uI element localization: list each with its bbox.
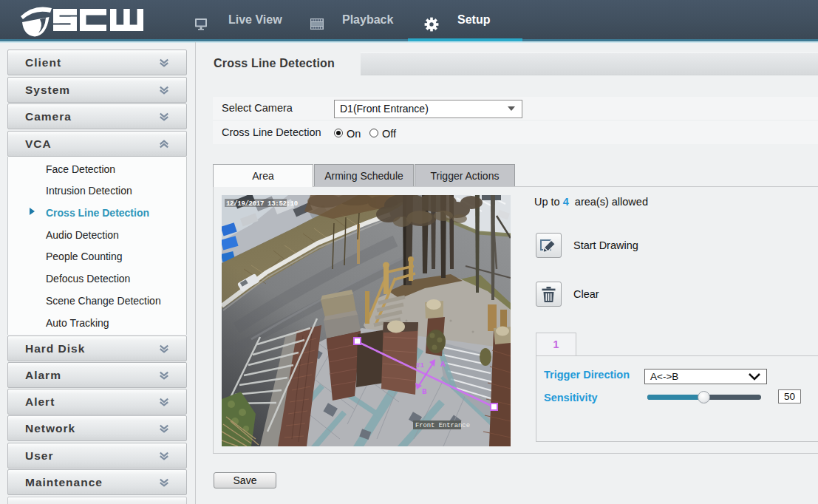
svg-text:B: B <box>422 387 427 396</box>
svg-text:Front Entrance: Front Entrance <box>415 422 470 429</box>
svg-text:#1: #1 <box>416 362 424 370</box>
svg-text:A: A <box>440 360 446 369</box>
svg-text:12/19/2017 13:52:10: 12/19/2017 13:52:10 <box>226 200 298 208</box>
